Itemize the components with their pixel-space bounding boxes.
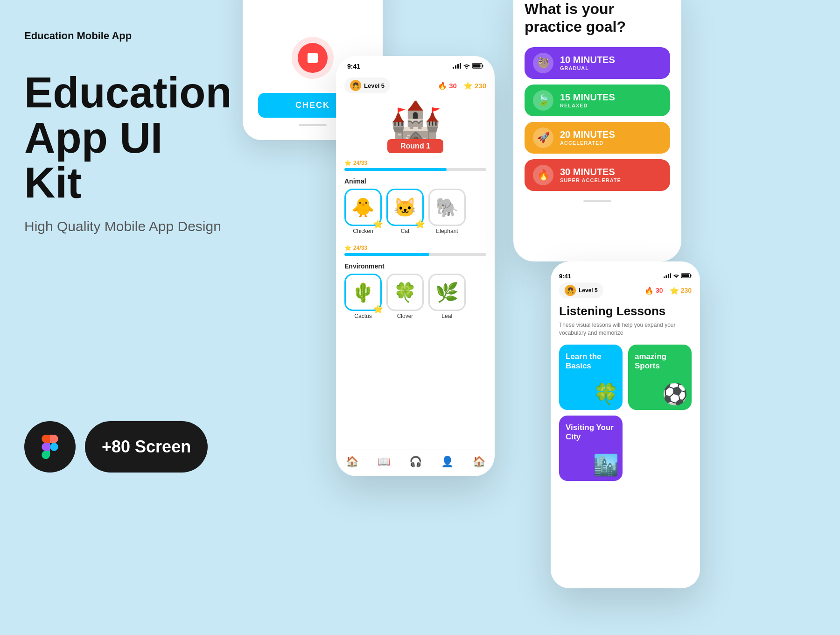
- screens-badge[interactable]: +80 Screen: [85, 421, 208, 473]
- goal-text-30min: 30 MINUTES SUPER ACCELERATE: [560, 167, 621, 183]
- center-phone: 9:41 👧 Level 5: [336, 56, 495, 476]
- stats-row: 🔥 30 ⭐ 230: [438, 81, 486, 90]
- status-icons: [453, 63, 483, 70]
- env-progress-bar-bg: [344, 253, 486, 256]
- svg-rect-2: [457, 64, 459, 69]
- goal-text-20min: 20 MINUTES ACCELERATED: [560, 129, 615, 146]
- listen-status-bar: 9:41: [559, 268, 692, 282]
- left-section: Education Mobile App Education App UI Ki…: [24, 30, 225, 473]
- lesson-card-sports[interactable]: amazing Sports ⚽: [628, 345, 692, 410]
- goal-option-20min[interactable]: 🚀 20 MINUTES ACCELERATED: [525, 122, 670, 154]
- progress-label: ⭐ 24/33: [344, 160, 486, 166]
- header-row: 👧 Level 5 🔥 30 ⭐ 230: [336, 74, 495, 97]
- vocab-card-clover[interactable]: 🍀: [386, 274, 424, 311]
- vocab-card-chicken[interactable]: 🐥 ⭐: [344, 189, 382, 226]
- vocab-name-elephant: Elephant: [436, 228, 458, 234]
- svg-rect-10: [670, 273, 671, 278]
- listen-level-badge: 👧 Level 5: [559, 282, 603, 298]
- env-progress-bar-fill: [344, 253, 429, 256]
- goal-option-30min[interactable]: 🔥 30 MINUTES SUPER ACCELERATE: [525, 159, 670, 191]
- svg-rect-7: [664, 276, 665, 278]
- goal-avatar-relaxed: 🍃: [533, 90, 553, 111]
- animal-vocab-grid: 🐥 ⭐ Chicken 🐱 ⭐ Cat 🐘 Elepha: [336, 187, 495, 236]
- progress-bar-bg: [344, 168, 486, 171]
- signal-icon: [453, 63, 461, 70]
- listen-fire-stat: 🔥 30: [644, 286, 663, 295]
- star-icon: ⭐: [463, 81, 473, 90]
- vocab-star-cat: ⭐: [415, 219, 425, 229]
- goal-home-indicator: [583, 200, 611, 202]
- vocab-name-clover: Clover: [397, 313, 413, 319]
- listen-time: 9:41: [559, 273, 571, 280]
- round-badge: Round 1: [387, 139, 443, 153]
- figma-badge[interactable]: [24, 421, 76, 473]
- vocab-item-chicken: 🐥 ⭐ Chicken: [344, 189, 382, 234]
- listen-avatar: 👧: [565, 285, 576, 296]
- vocab-name-cat: Cat: [401, 228, 410, 234]
- status-bar: 9:41: [336, 56, 495, 74]
- progress-bar-fill: [344, 168, 447, 171]
- vocab-name-cactus: Cactus: [354, 313, 371, 319]
- wifi-icon: [463, 63, 470, 70]
- vocab-item-leaf: 🌿 Leaf: [428, 274, 466, 319]
- goal-avatar-fire: 🔥: [533, 165, 553, 185]
- svg-rect-5: [483, 65, 483, 67]
- goal-option-15min[interactable]: 🍃 15 MINUTES RELAXED: [525, 85, 670, 116]
- fire-icon: 🔥: [438, 81, 447, 90]
- goal-question: What is your practice goal?: [525, 0, 670, 36]
- goal-phone: What is your practice goal? 🦥 10 MINUTES…: [513, 0, 681, 261]
- svg-rect-9: [668, 274, 669, 278]
- vocab-card-leaf[interactable]: 🌿: [428, 274, 466, 311]
- home-indicator: [299, 124, 327, 126]
- bottom-badges: +80 Screen: [24, 421, 225, 473]
- avatar: 👧: [350, 80, 361, 91]
- listen-wifi-icon: [673, 273, 679, 280]
- nav-user-icon[interactable]: 👤: [441, 456, 454, 468]
- svg-rect-0: [453, 67, 454, 69]
- listen-title: Listening Lessons: [559, 304, 692, 318]
- vocab-card-cactus[interactable]: 🌵 ⭐: [344, 274, 382, 311]
- goal-text-15min: 15 MINUTES RELAXED: [560, 92, 615, 108]
- nav-settings-icon[interactable]: 🏠: [473, 456, 485, 468]
- brand-label: Education Mobile App: [24, 30, 225, 42]
- listen-header-row: 👧 Level 5 🔥 30 ⭐ 230: [559, 282, 692, 298]
- vocab-card-cat[interactable]: 🐱 ⭐: [386, 189, 424, 226]
- subtitle: High Quality Mobile App Design: [24, 219, 225, 234]
- vocab-item-clover: 🍀 Clover: [386, 274, 424, 319]
- listen-fire-icon: 🔥: [644, 286, 654, 295]
- level-badge: 👧 Level 5: [344, 78, 390, 93]
- record-button-outer: [292, 37, 334, 79]
- goal-option-10min[interactable]: 🦥 10 MINUTES GRADUAL: [525, 47, 670, 79]
- nav-book-icon[interactable]: 📖: [378, 456, 390, 468]
- castle-emoji: 🏰: [389, 102, 441, 144]
- time: 9:41: [347, 63, 360, 70]
- svg-rect-1: [455, 65, 456, 69]
- figma-icon: [38, 435, 62, 459]
- castle-area: 🏰 Round 1: [336, 97, 495, 156]
- svg-rect-8: [665, 275, 667, 278]
- listen-star-stat: ⭐ 230: [670, 286, 692, 295]
- nav-headphone-icon[interactable]: 🎧: [409, 456, 422, 468]
- env-progress-label: ⭐ 24/33: [344, 245, 486, 251]
- lesson-card-city[interactable]: Visiting Your City 🏙️: [559, 416, 623, 481]
- vocab-star-cactus: ⭐: [373, 304, 383, 314]
- goal-avatar-rocket: 🚀: [533, 127, 553, 148]
- goal-avatar-sloth: 🦥: [533, 53, 553, 73]
- phones-container: CHECK 9:41: [243, 0, 840, 635]
- record-button-inner[interactable]: [298, 43, 328, 73]
- env-progress-area: ⭐ 24/33: [336, 241, 495, 260]
- vocab-card-elephant[interactable]: 🐘: [428, 189, 466, 226]
- svg-rect-3: [460, 63, 461, 69]
- lesson-card-city-emoji: 🏙️: [593, 453, 619, 477]
- fire-stat: 🔥 30: [438, 81, 457, 90]
- lesson-card-basics[interactable]: Learn the Basics 🍀: [559, 345, 623, 410]
- nav-home-icon[interactable]: 🏠: [346, 456, 358, 468]
- vocab-item-cactus: 🌵 ⭐ Cactus: [344, 274, 382, 319]
- animal-category-label: Animal: [336, 175, 495, 187]
- vocab-item-cat: 🐱 ⭐ Cat: [386, 189, 424, 234]
- vocab-star-chicken: ⭐: [373, 219, 383, 229]
- listen-stats-row: 🔥 30 ⭐ 230: [644, 286, 692, 295]
- stop-icon: [308, 53, 318, 63]
- svg-rect-13: [682, 274, 689, 277]
- listen-signal-icon: [664, 273, 671, 280]
